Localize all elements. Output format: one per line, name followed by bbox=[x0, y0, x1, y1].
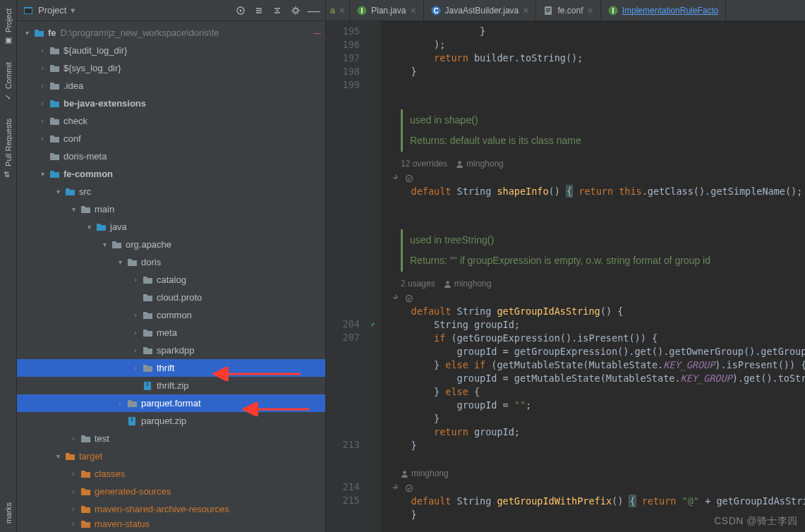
tree-item[interactable]: ›common bbox=[17, 306, 325, 324]
svg-point-3 bbox=[240, 9, 242, 11]
tab-stub[interactable]: a× bbox=[326, 0, 350, 20]
editor-tab[interactable]: fe.conf× bbox=[536, 0, 600, 20]
project-icon bbox=[23, 5, 34, 16]
editor-tab[interactable]: IPlan.java× bbox=[350, 0, 424, 20]
gear-icon[interactable] bbox=[290, 5, 301, 16]
close-icon[interactable]: × bbox=[523, 5, 528, 16]
expand-all-icon[interactable] bbox=[253, 5, 265, 16]
svg-text:I: I bbox=[612, 6, 614, 14]
code-area[interactable]: 195196197198199 204207213 214215 ⬋ } ); … bbox=[326, 21, 805, 532]
interface-icon: I bbox=[357, 6, 367, 16]
tree-item[interactable]: ▾main bbox=[17, 200, 325, 218]
tree-item[interactable]: ›check bbox=[17, 112, 325, 130]
tree-item[interactable]: doris-meta bbox=[17, 147, 325, 165]
editor-area: a× IPlan.java×CJavaAstBuilder.java×fe.co… bbox=[326, 0, 805, 532]
tree-item[interactable]: ›maven-status bbox=[17, 518, 325, 529]
svg-point-19 bbox=[458, 161, 461, 164]
tree-item[interactable]: ›${audit_log_dir} bbox=[17, 42, 325, 59]
tree-item[interactable]: ›generated-sources bbox=[17, 483, 325, 500]
tree-item[interactable]: ›catalog bbox=[17, 271, 325, 289]
tree-item[interactable]: thrift.zip bbox=[17, 377, 325, 394]
svg-rect-1 bbox=[25, 8, 32, 13]
gutter-icons: ⬋ bbox=[365, 21, 381, 532]
tree-item[interactable]: ›be-java-extensions bbox=[17, 95, 325, 112]
close-icon[interactable]: × bbox=[410, 5, 416, 16]
locate-icon[interactable] bbox=[235, 5, 246, 16]
tree-item[interactable]: ›classes bbox=[17, 465, 325, 483]
tree-item[interactable]: ›.idea bbox=[17, 77, 325, 95]
tree-item[interactable]: ▾org.apache bbox=[17, 236, 325, 253]
tree-item[interactable]: ›sparkdpp bbox=[17, 341, 325, 359]
tree-item[interactable]: ›thrift bbox=[17, 359, 325, 377]
toolstrip-project[interactable]: ▣Project bbox=[2, 0, 15, 54]
interface-icon: I bbox=[608, 6, 618, 16]
tree-item[interactable]: ▾fe-common bbox=[17, 165, 325, 183]
tree-item[interactable]: ›${sys_log_dir} bbox=[17, 59, 325, 77]
tree-item[interactable]: ▾target bbox=[17, 447, 325, 465]
project-tree[interactable]: ▾feD:\program\jz_new_workspace\doris\fe—… bbox=[17, 21, 325, 532]
tree-item[interactable]: ›maven-shared-archive-resources bbox=[17, 500, 325, 518]
svg-point-20 bbox=[406, 176, 413, 182]
close-icon[interactable]: × bbox=[588, 5, 593, 16]
tree-item[interactable]: ▾src bbox=[17, 183, 325, 200]
editor-tab[interactable]: IImplementationRuleFacto bbox=[601, 0, 727, 20]
file-icon bbox=[543, 6, 553, 16]
tree-item[interactable]: ▾java bbox=[17, 218, 325, 236]
svg-text:I: I bbox=[361, 6, 363, 14]
svg-point-21 bbox=[446, 281, 449, 284]
tree-item[interactable]: ▾doris bbox=[17, 253, 325, 271]
tree-item[interactable]: ›meta bbox=[17, 324, 325, 341]
svg-text:C: C bbox=[433, 6, 438, 14]
close-icon[interactable]: × bbox=[339, 5, 345, 16]
svg-rect-16 bbox=[546, 11, 549, 12]
tree-item[interactable]: ›test bbox=[17, 430, 325, 447]
panel-title[interactable]: Project bbox=[38, 5, 66, 16]
tree-item[interactable]: parquet.zip bbox=[17, 412, 325, 430]
editor-tabs: a× IPlan.java×CJavaAstBuilder.java×fe.co… bbox=[326, 0, 805, 21]
panel-header: Project ▾ — bbox=[17, 0, 325, 21]
left-tool-strip: ▣Project ✓Commit ⇅Pull Requests marks bbox=[0, 0, 17, 532]
editor-tab[interactable]: CJavaAstBuilder.java× bbox=[424, 0, 537, 20]
hide-icon[interactable]: — bbox=[308, 5, 320, 16]
project-panel: Project ▾ — ▾feD:\program\jz_new_workspa… bbox=[17, 0, 326, 532]
collapse-all-icon[interactable] bbox=[272, 5, 283, 16]
tree-item[interactable]: ›parquet.format bbox=[17, 394, 325, 412]
code-content[interactable]: } ); return builder.toString(); } used i… bbox=[381, 21, 805, 532]
class-icon: C bbox=[431, 6, 441, 16]
svg-rect-15 bbox=[546, 10, 550, 11]
tree-root[interactable]: ▾feD:\program\jz_new_workspace\doris\fe— bbox=[17, 24, 325, 42]
toolstrip-commit[interactable]: ✓Commit bbox=[2, 54, 15, 110]
tree-item[interactable]: ›conf bbox=[17, 130, 325, 147]
svg-point-23 bbox=[403, 471, 406, 474]
tree-item[interactable]: cloud.proto bbox=[17, 289, 325, 306]
watermark: CSDN @骑士李四 bbox=[714, 515, 798, 528]
panel-dropdown-icon[interactable]: ▾ bbox=[71, 5, 75, 16]
toolstrip-marks[interactable]: marks bbox=[3, 494, 14, 532]
svg-point-24 bbox=[406, 485, 413, 492]
toolstrip-pull-requests[interactable]: ⇅Pull Requests bbox=[2, 110, 15, 188]
svg-point-22 bbox=[406, 296, 413, 302]
gutter-line-numbers: 195196197198199 204207213 214215 bbox=[326, 21, 365, 532]
svg-rect-14 bbox=[546, 8, 550, 9]
svg-point-4 bbox=[293, 8, 298, 13]
